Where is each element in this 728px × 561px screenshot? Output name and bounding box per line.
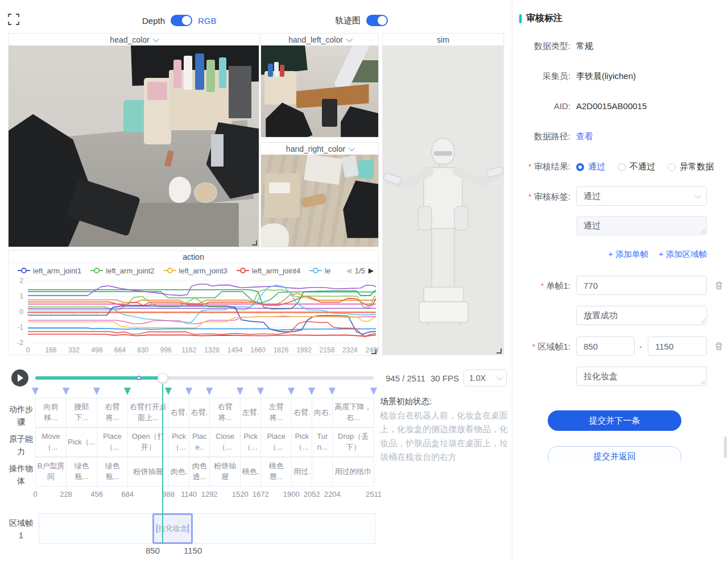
table-cell-object[interactable]: 肉色透... bbox=[189, 457, 210, 487]
table-cell-object[interactable]: B户型房间 bbox=[35, 457, 67, 487]
delete-single-frame-icon[interactable] bbox=[714, 281, 723, 290]
resize-grip-icon[interactable] bbox=[701, 319, 705, 323]
single-frame-note-textarea[interactable]: 放置成功 bbox=[576, 306, 707, 325]
legend-item-left_arm_joint4[interactable]: left_arm_joint4 bbox=[237, 267, 300, 275]
step-boundary-marker[interactable] bbox=[124, 388, 131, 395]
step-boundary-marker[interactable] bbox=[237, 388, 243, 395]
table-cell-ability[interactable]: Place（... bbox=[97, 427, 128, 457]
step-boundary-marker[interactable] bbox=[165, 388, 172, 395]
single-frame-input[interactable]: 770 bbox=[576, 276, 707, 295]
legend-prev-icon[interactable]: ◀ bbox=[346, 267, 351, 275]
step-boundary-marker[interactable] bbox=[63, 388, 69, 395]
radio-icon[interactable] bbox=[668, 163, 676, 171]
region-frame-start-input[interactable]: 850 bbox=[576, 336, 635, 356]
radio-option-不通过[interactable]: 不通过 bbox=[618, 161, 655, 172]
submit-next-button[interactable]: 提交并下一条 bbox=[548, 410, 681, 431]
table-cell-step[interactable]: 右臂. bbox=[168, 398, 189, 427]
step-boundary-marker[interactable] bbox=[308, 388, 315, 395]
table-cell-ability[interactable]: Pick（... bbox=[168, 427, 189, 457]
table-cell-step[interactable]: 右臂. bbox=[291, 398, 312, 427]
step-boundary-marker[interactable] bbox=[257, 388, 264, 395]
table-cell-step[interactable]: 向右. bbox=[312, 398, 333, 427]
sim-title-bar[interactable]: sim bbox=[383, 34, 503, 45]
table-cell-ability[interactable]: Move（... bbox=[35, 427, 67, 457]
head-color-title: head_color bbox=[110, 35, 149, 44]
legend-item-left_arm_joint2[interactable]: left_arm_joint2 bbox=[90, 267, 154, 275]
radio-icon[interactable] bbox=[618, 163, 626, 171]
region-frame-block[interactable]: 拉化妆盒 bbox=[152, 513, 193, 544]
data-path-view-link[interactable]: 查看 bbox=[576, 131, 593, 142]
step-boundary-marker[interactable] bbox=[93, 388, 100, 395]
table-cell-object[interactable] bbox=[312, 457, 333, 487]
resize-grip-icon[interactable] bbox=[701, 380, 705, 384]
table-cell-step[interactable]: 向前移... bbox=[35, 398, 67, 427]
region-resize-right-handle[interactable] bbox=[188, 524, 189, 533]
region-frame-note-textarea[interactable]: 拉化妆盒 bbox=[576, 367, 707, 386]
region-frame-end-input[interactable]: 1150 bbox=[648, 336, 707, 356]
step-boundary-marker[interactable] bbox=[32, 388, 39, 395]
head-color-panel: head_color bbox=[8, 33, 259, 247]
table-cell-ability[interactable]: Pick（... bbox=[291, 427, 312, 457]
radio-icon[interactable] bbox=[576, 163, 584, 171]
legend-item-left_arm_joint1[interactable]: left_arm_joint1 bbox=[18, 267, 81, 275]
table-cell-ability[interactable]: Pick（... bbox=[240, 427, 261, 457]
trajectory-toggle[interactable] bbox=[366, 15, 388, 26]
resize-corner-icon[interactable] bbox=[497, 348, 502, 354]
region-resize-left-handle[interactable] bbox=[156, 524, 158, 533]
table-cell-ability[interactable]: Pick（... bbox=[66, 427, 97, 457]
table-cell-object[interactable]: 粉饼抽屉 bbox=[209, 457, 241, 487]
table-cell-ability[interactable]: Close（... bbox=[209, 427, 241, 457]
add-region-frame-link[interactable]: + 添加区域帧 bbox=[659, 249, 707, 260]
table-cell-step[interactable]: 左臂. bbox=[240, 398, 261, 427]
fullscreen-icon[interactable] bbox=[8, 14, 19, 25]
scrollbar-thumb[interactable] bbox=[724, 437, 727, 458]
table-cell-ability[interactable]: Turn... bbox=[312, 427, 333, 457]
table-cell-object[interactable]: 用过. bbox=[291, 457, 312, 487]
table-cell-step[interactable]: 高度下降，右... bbox=[332, 398, 374, 427]
head-color-title-bar[interactable]: head_color bbox=[9, 34, 259, 45]
radio-option-异常数据[interactable]: 异常数据 bbox=[668, 161, 714, 172]
submit-back-button[interactable]: 提交并返回 bbox=[548, 446, 681, 462]
hand-right-color-title-bar[interactable]: hand_right_color bbox=[261, 143, 378, 155]
table-cell-ability[interactable]: Drop（丢下） bbox=[332, 427, 374, 457]
single-frame-value: 770 bbox=[584, 281, 598, 290]
step-boundary-marker[interactable] bbox=[185, 388, 192, 395]
step-boundary-marker[interactable] bbox=[329, 388, 336, 395]
review-tag-select[interactable]: 通过 bbox=[576, 186, 707, 206]
table-cell-ability[interactable]: Place（... bbox=[260, 427, 292, 457]
table-cell-step[interactable]: 右臂. bbox=[189, 398, 210, 427]
legend-next-icon[interactable]: ▶ bbox=[369, 267, 374, 275]
table-cell-object[interactable]: 肉色. bbox=[168, 457, 189, 487]
table-cell-object[interactable]: 桃色. bbox=[240, 457, 261, 487]
table-cell-step[interactable]: 右臂将... bbox=[97, 398, 128, 427]
legend-item-le[interactable]: le bbox=[309, 267, 330, 275]
depth-rgb-toggle[interactable] bbox=[171, 15, 192, 26]
region-frame-track[interactable]: 拉化妆盒 bbox=[39, 513, 375, 544]
add-single-frame-link[interactable]: + 添加单帧 bbox=[609, 249, 649, 260]
radio-option-通过[interactable]: 通过 bbox=[576, 161, 605, 172]
resize-corner-icon[interactable] bbox=[252, 240, 257, 246]
resize-corner-icon[interactable] bbox=[371, 349, 377, 354]
legend-item-label: le bbox=[325, 267, 330, 275]
table-cell-ability[interactable]: Place.. bbox=[189, 427, 210, 457]
playback-speed-select[interactable]: 1.0X bbox=[464, 369, 507, 387]
hand-left-color-title-bar[interactable]: hand_left_color bbox=[261, 34, 378, 45]
delete-region-frame-icon[interactable] bbox=[714, 342, 723, 351]
step-axis-tick-label: 684 bbox=[121, 490, 134, 498]
legend-item-left_arm_joint3[interactable]: left_arm_joint3 bbox=[164, 267, 228, 275]
timeline-slider-handle[interactable] bbox=[158, 373, 168, 383]
step-boundary-marker[interactable] bbox=[288, 388, 295, 395]
table-cell-object[interactable]: 绿色瓶... bbox=[97, 457, 128, 487]
step-boundary-marker[interactable] bbox=[206, 388, 213, 395]
review-tag-note-textarea[interactable]: 通过 bbox=[576, 216, 707, 235]
region-frame-end-value: 1150 bbox=[655, 342, 673, 351]
table-cell-step[interactable]: 腰部下... bbox=[66, 398, 97, 427]
table-cell-step[interactable]: 右臂将... bbox=[209, 398, 241, 427]
resize-grip-icon[interactable] bbox=[701, 229, 705, 234]
table-cell-object[interactable]: 桃色唇... bbox=[260, 457, 292, 487]
table-cell-step[interactable]: 左臂将... bbox=[260, 398, 292, 427]
step-boundary-marker[interactable] bbox=[370, 388, 377, 395]
play-button[interactable] bbox=[11, 369, 28, 387]
table-cell-object[interactable]: 绿色瓶... bbox=[66, 457, 97, 487]
table-cell-object[interactable]: 用过的纸巾 bbox=[332, 457, 374, 487]
